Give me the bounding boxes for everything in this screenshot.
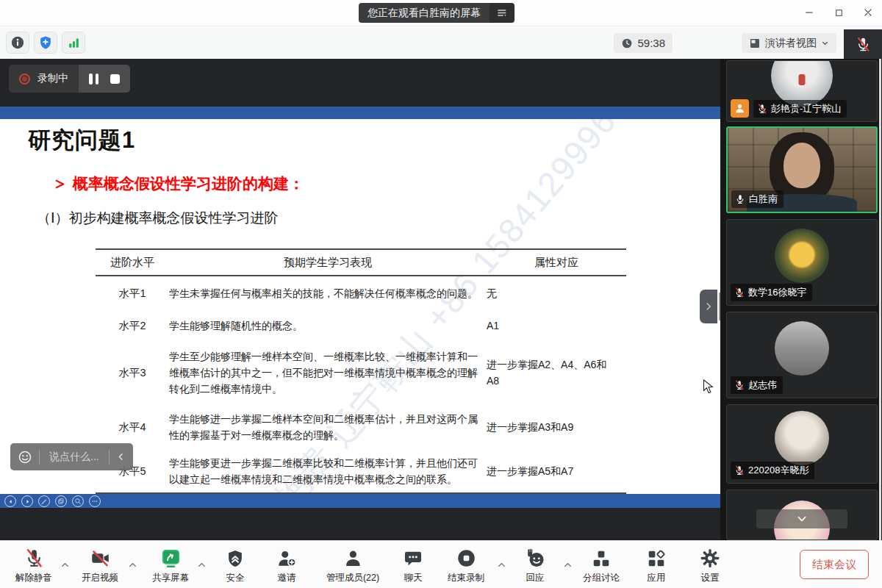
person-icon xyxy=(734,103,745,114)
collapse-chat-icon[interactable] xyxy=(116,452,126,462)
participant-name: 彭艳贵-辽宁鞍山 xyxy=(771,102,841,115)
divider xyxy=(109,450,110,465)
participant-nameplate: 白胜南 xyxy=(731,190,784,208)
chevron-up-icon xyxy=(497,560,506,570)
shield-plus-icon xyxy=(38,35,53,50)
manage-members-button[interactable]: 管理成员(22) xyxy=(326,548,379,584)
avatar xyxy=(775,229,829,283)
smiley-icon[interactable] xyxy=(18,450,32,465)
slideshow-controls xyxy=(4,495,101,508)
chevron-down-icon xyxy=(796,513,808,525)
participant-tile[interactable]: 白胜南 xyxy=(726,126,878,213)
mic-muted-icon xyxy=(757,104,767,114)
recording-label: 录制中 xyxy=(37,72,68,85)
close-button[interactable] xyxy=(861,6,875,19)
chat-button[interactable]: 聊天 xyxy=(404,548,423,584)
share-options-chevron[interactable] xyxy=(197,560,207,570)
participant-nameplate: 220208辛晓彤 xyxy=(731,462,814,479)
pages-icon xyxy=(57,498,65,505)
participant-tile[interactable]: 彭艳贵-辽宁鞍山 xyxy=(726,60,878,122)
chevron-up-icon xyxy=(128,560,137,570)
slide-bullet-line: 概率概念假设性学习进阶的构建： xyxy=(54,173,304,194)
share-screen-icon xyxy=(161,548,181,568)
magnifier-icon xyxy=(74,498,82,505)
self-mic-status-button[interactable] xyxy=(844,29,882,59)
view-mode-selector[interactable]: 演讲者视图 xyxy=(742,33,836,53)
pause-recording-button[interactable] xyxy=(89,74,98,85)
participant-tile[interactable]: 220208辛晓彤 xyxy=(726,404,878,484)
chat-bubble-icon xyxy=(404,549,423,568)
chat-placeholder[interactable]: 说点什么... xyxy=(46,451,102,464)
reaction-smiley-icon xyxy=(526,548,545,568)
security-shield-icon xyxy=(226,549,245,568)
minimize-button[interactable] xyxy=(803,6,816,19)
video-person-face xyxy=(784,143,820,188)
top-toolbar: 59:38 演讲者视图 xyxy=(0,27,882,59)
recording-options-chevron[interactable] xyxy=(497,560,506,570)
pen-icon xyxy=(40,498,48,505)
share-banner-menu-button[interactable] xyxy=(490,3,514,23)
invite-button[interactable]: 邀请 xyxy=(277,548,297,584)
mic-muted-icon xyxy=(24,548,44,568)
participant-nameplate: 彭艳贵-辽宁鞍山 xyxy=(753,100,847,118)
window-controls xyxy=(803,6,875,19)
participant-name: 白胜南 xyxy=(749,193,778,206)
participant-tile[interactable] xyxy=(726,490,878,540)
info-icon xyxy=(10,35,25,50)
slide-browser-button[interactable] xyxy=(55,495,67,507)
previous-slide-button[interactable] xyxy=(4,495,16,507)
participant-name: 赵志伟 xyxy=(748,379,777,392)
apps-button[interactable]: 应用 xyxy=(647,548,666,584)
next-slide-button[interactable] xyxy=(21,495,33,507)
person-icon xyxy=(343,548,362,568)
security-button[interactable]: 安全 xyxy=(226,548,245,584)
sidebar-collapse-handle[interactable] xyxy=(700,290,717,323)
share-screen-button[interactable]: 共享屏幕 xyxy=(152,548,189,584)
table-header-cell: 预期学生学习表现 xyxy=(169,256,487,270)
table-header-cell: 属性对应 xyxy=(487,256,626,270)
view-mode-label: 演讲者视图 xyxy=(765,37,817,50)
annotate-pen-button[interactable] xyxy=(38,495,50,507)
title-bar: 您正在观看白胜南的屏幕 xyxy=(0,0,882,26)
stop-recording-button[interactable] xyxy=(110,74,120,84)
quick-chat-input[interactable]: 说点什么... xyxy=(10,443,133,470)
minimize-icon xyxy=(804,7,814,18)
close-icon xyxy=(863,7,873,18)
sidebar-scrollbar[interactable] xyxy=(879,59,881,540)
settings-button[interactable]: 设置 xyxy=(700,548,720,584)
video-options-chevron[interactable] xyxy=(128,560,137,570)
maximize-button[interactable] xyxy=(832,6,845,19)
menu-caret-icon xyxy=(496,7,509,19)
arrow-bullet-icon xyxy=(54,179,65,190)
table-row: 水平3 学生至少能够理解一维样本空间、一维概率比较、一维概率计算和一维概率估计的… xyxy=(96,341,626,404)
maximize-icon xyxy=(834,8,844,18)
mic-muted-icon xyxy=(734,287,745,298)
participant-tile[interactable]: 赵志伟 xyxy=(726,312,878,398)
signal-bars-icon xyxy=(67,36,81,50)
slide-bullet-text: 概率概念假设性学习进阶的构建： xyxy=(73,173,304,194)
collapse-participants-button[interactable] xyxy=(756,509,847,528)
recording-controls xyxy=(79,65,130,93)
security-shield-button[interactable] xyxy=(34,32,57,54)
slide-title: 研究问题1 xyxy=(28,125,135,156)
participant-tile[interactable]: 数学16徐晓宇 xyxy=(726,219,878,306)
timer-value: 59:38 xyxy=(637,37,665,49)
start-video-button[interactable]: 开启视频 xyxy=(82,548,118,584)
end-recording-button[interactable]: 结束录制 xyxy=(448,548,484,584)
share-banner: 您正在观看白胜南的屏幕 xyxy=(359,3,514,23)
end-meeting-button[interactable]: 结束会议 xyxy=(800,550,869,579)
more-options-button[interactable] xyxy=(89,495,101,507)
prev-arrow-icon xyxy=(7,498,14,505)
meeting-info-button[interactable] xyxy=(6,32,29,54)
avatar-figure xyxy=(799,74,806,85)
breakout-rooms-button[interactable]: 分组讨论 xyxy=(583,548,620,584)
breakout-blocks-icon xyxy=(592,549,611,568)
audio-options-chevron[interactable] xyxy=(60,560,70,570)
reactions-button[interactable]: 回应 xyxy=(526,548,545,584)
unmute-button[interactable]: 解除静音 xyxy=(15,548,52,584)
participant-name: 数学16徐晓宇 xyxy=(748,286,806,299)
network-quality-button[interactable] xyxy=(62,32,85,54)
chevron-up-icon xyxy=(563,560,573,570)
reactions-options-chevron[interactable] xyxy=(563,560,573,570)
zoom-button[interactable] xyxy=(72,495,84,507)
